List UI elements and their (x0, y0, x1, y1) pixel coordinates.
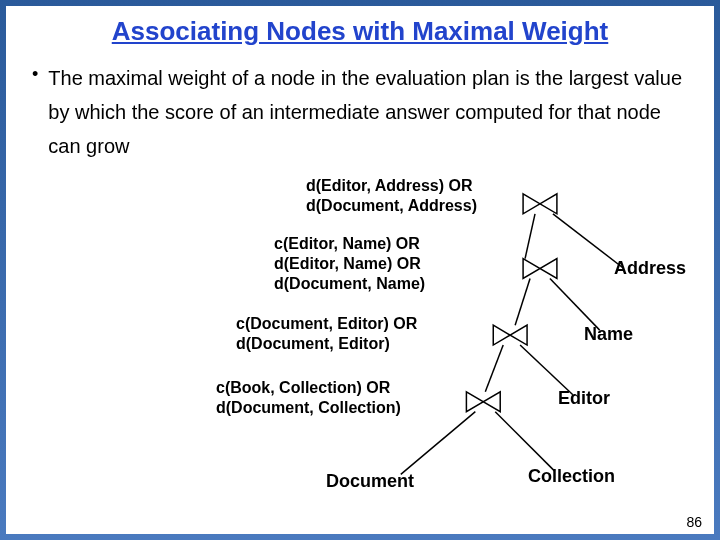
svg-line-7 (495, 412, 555, 472)
leaf-document: Document (326, 471, 414, 492)
bullet-item: • The maximal weight of a node in the ev… (32, 61, 694, 163)
leaf-editor: Editor (558, 388, 610, 409)
slide: Associating Nodes with Maximal Weight • … (6, 6, 714, 534)
svg-line-6 (401, 412, 476, 475)
svg-line-0 (525, 214, 535, 259)
svg-line-2 (515, 278, 530, 325)
node-label-4: c(Book, Collection) OR d(Document, Colle… (216, 378, 401, 418)
svg-line-3 (550, 278, 600, 330)
node-label-1: d(Editor, Address) OR d(Document, Addres… (306, 176, 477, 216)
svg-line-1 (553, 214, 623, 268)
node-label-2: c(Editor, Name) OR d(Editor, Name) OR d(… (274, 234, 425, 294)
leaf-name: Name (584, 324, 633, 345)
bullet-text: The maximal weight of a node in the eval… (48, 61, 694, 163)
page-title: Associating Nodes with Maximal Weight (26, 16, 694, 47)
page-number: 86 (686, 514, 702, 530)
svg-line-4 (485, 345, 503, 392)
bullet-dot: • (32, 64, 38, 85)
node-label-3: c(Document, Editor) OR d(Document, Edito… (236, 314, 417, 354)
leaf-collection: Collection (528, 466, 615, 487)
leaf-address: Address (614, 258, 686, 279)
diagram: d(Editor, Address) OR d(Document, Addres… (6, 176, 714, 534)
